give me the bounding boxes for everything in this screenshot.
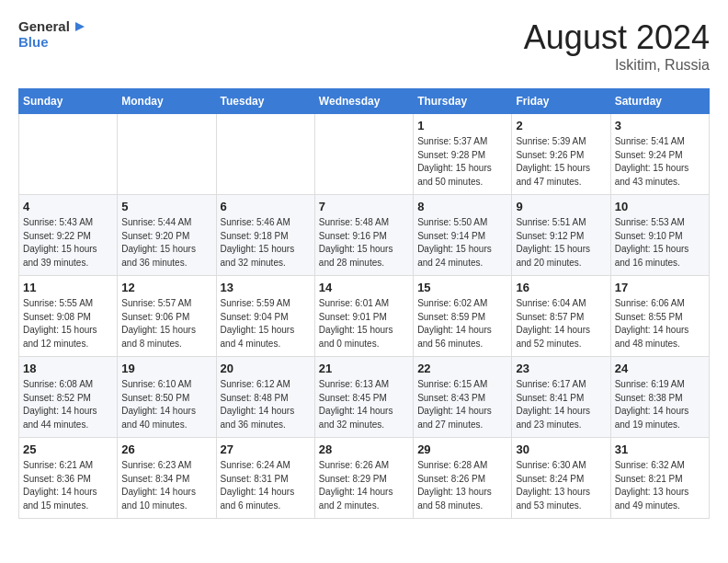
weekday-header-monday: Monday	[118, 89, 216, 114]
day-info: Sunrise: 6:30 AM Sunset: 8:24 PM Dayligh…	[516, 459, 606, 512]
calendar-week-row: 25Sunrise: 6:21 AM Sunset: 8:36 PM Dayli…	[19, 438, 710, 519]
day-info: Sunrise: 6:15 AM Sunset: 8:43 PM Dayligh…	[417, 378, 507, 431]
day-info: Sunrise: 5:55 AM Sunset: 9:08 PM Dayligh…	[23, 297, 113, 350]
logo-arrow-icon	[72, 18, 88, 35]
calendar-cell: 14Sunrise: 6:01 AM Sunset: 9:01 PM Dayli…	[314, 276, 413, 357]
day-info: Sunrise: 6:01 AM Sunset: 9:01 PM Dayligh…	[319, 297, 409, 350]
calendar-cell: 18Sunrise: 6:08 AM Sunset: 8:52 PM Dayli…	[19, 357, 118, 438]
calendar-cell: 28Sunrise: 6:26 AM Sunset: 8:29 PM Dayli…	[314, 438, 413, 519]
day-info: Sunrise: 6:10 AM Sunset: 8:50 PM Dayligh…	[121, 378, 211, 431]
month-year-title: August 2024	[524, 18, 710, 57]
calendar-cell: 30Sunrise: 6:30 AM Sunset: 8:24 PM Dayli…	[512, 438, 610, 519]
day-info: Sunrise: 5:51 AM Sunset: 9:12 PM Dayligh…	[516, 216, 606, 270]
day-number: 8	[417, 200, 507, 213]
calendar-cell: 4Sunrise: 5:43 AM Sunset: 9:22 PM Daylig…	[19, 195, 118, 276]
day-number: 19	[121, 362, 211, 375]
day-number: 24	[615, 362, 705, 375]
calendar-cell: 19Sunrise: 6:10 AM Sunset: 8:50 PM Dayli…	[118, 357, 216, 438]
logo: General Blue	[18, 18, 88, 51]
day-number: 14	[319, 281, 409, 294]
calendar-cell: 15Sunrise: 6:02 AM Sunset: 8:59 PM Dayli…	[414, 276, 512, 357]
day-number: 18	[23, 362, 113, 375]
day-info: Sunrise: 5:41 AM Sunset: 9:24 PM Dayligh…	[615, 135, 705, 189]
day-info: Sunrise: 5:48 AM Sunset: 9:16 PM Dayligh…	[319, 216, 409, 270]
calendar-cell	[19, 114, 118, 195]
day-info: Sunrise: 5:50 AM Sunset: 9:14 PM Dayligh…	[417, 216, 507, 270]
day-number: 28	[319, 442, 409, 456]
weekday-header-sunday: Sunday	[19, 89, 118, 114]
day-info: Sunrise: 6:08 AM Sunset: 8:52 PM Dayligh…	[23, 378, 113, 431]
calendar-week-row: 18Sunrise: 6:08 AM Sunset: 8:52 PM Dayli…	[19, 357, 710, 438]
day-number: 25	[23, 442, 113, 456]
day-number: 26	[121, 442, 211, 456]
day-info: Sunrise: 5:57 AM Sunset: 9:06 PM Dayligh…	[121, 297, 211, 350]
day-info: Sunrise: 6:24 AM Sunset: 8:31 PM Dayligh…	[221, 459, 311, 512]
day-number: 21	[319, 362, 409, 375]
calendar-table: SundayMondayTuesdayWednesdayThursdayFrid…	[18, 88, 710, 519]
day-info: Sunrise: 5:53 AM Sunset: 9:10 PM Dayligh…	[615, 216, 705, 270]
day-info: Sunrise: 6:21 AM Sunset: 8:36 PM Dayligh…	[23, 459, 113, 512]
calendar-week-row: 4Sunrise: 5:43 AM Sunset: 9:22 PM Daylig…	[19, 195, 710, 276]
calendar-cell: 2Sunrise: 5:39 AM Sunset: 9:26 PM Daylig…	[512, 114, 610, 195]
calendar-cell: 8Sunrise: 5:50 AM Sunset: 9:14 PM Daylig…	[414, 195, 512, 276]
day-number: 13	[221, 281, 311, 294]
weekday-header-friday: Friday	[512, 89, 610, 114]
calendar-header-row: SundayMondayTuesdayWednesdayThursdayFrid…	[19, 89, 710, 114]
day-number: 23	[516, 362, 606, 375]
calendar-week-row: 11Sunrise: 5:55 AM Sunset: 9:08 PM Dayli…	[19, 276, 710, 357]
calendar-cell: 17Sunrise: 6:06 AM Sunset: 8:55 PM Dayli…	[610, 276, 709, 357]
calendar-cell: 12Sunrise: 5:57 AM Sunset: 9:06 PM Dayli…	[118, 276, 216, 357]
day-number: 11	[23, 281, 113, 294]
day-info: Sunrise: 6:13 AM Sunset: 8:45 PM Dayligh…	[319, 378, 409, 431]
day-number: 27	[221, 442, 311, 456]
day-info: Sunrise: 5:37 AM Sunset: 9:28 PM Dayligh…	[417, 135, 507, 189]
day-info: Sunrise: 5:46 AM Sunset: 9:18 PM Dayligh…	[221, 216, 311, 270]
logo-blue: Blue	[18, 35, 88, 51]
day-number: 15	[417, 281, 507, 294]
calendar-cell: 1Sunrise: 5:37 AM Sunset: 9:28 PM Daylig…	[414, 114, 512, 195]
calendar-cell: 6Sunrise: 5:46 AM Sunset: 9:18 PM Daylig…	[216, 195, 314, 276]
calendar-cell: 9Sunrise: 5:51 AM Sunset: 9:12 PM Daylig…	[512, 195, 610, 276]
weekday-header-wednesday: Wednesday	[314, 89, 413, 114]
calendar-cell: 27Sunrise: 6:24 AM Sunset: 8:31 PM Dayli…	[216, 438, 314, 519]
day-info: Sunrise: 6:32 AM Sunset: 8:21 PM Dayligh…	[615, 459, 705, 512]
calendar-cell: 23Sunrise: 6:17 AM Sunset: 8:41 PM Dayli…	[512, 357, 610, 438]
calendar-cell: 20Sunrise: 6:12 AM Sunset: 8:48 PM Dayli…	[216, 357, 314, 438]
day-info: Sunrise: 5:43 AM Sunset: 9:22 PM Dayligh…	[23, 216, 113, 270]
svg-marker-0	[75, 22, 85, 31]
calendar-cell: 3Sunrise: 5:41 AM Sunset: 9:24 PM Daylig…	[610, 114, 709, 195]
day-info: Sunrise: 6:28 AM Sunset: 8:26 PM Dayligh…	[417, 459, 507, 512]
calendar-cell	[314, 114, 413, 195]
day-number: 29	[417, 442, 507, 456]
weekday-header-tuesday: Tuesday	[216, 89, 314, 114]
day-number: 6	[221, 200, 311, 213]
calendar-week-row: 1Sunrise: 5:37 AM Sunset: 9:28 PM Daylig…	[19, 114, 710, 195]
day-number: 16	[516, 281, 606, 294]
day-info: Sunrise: 6:19 AM Sunset: 8:38 PM Dayligh…	[615, 378, 705, 431]
day-info: Sunrise: 6:02 AM Sunset: 8:59 PM Dayligh…	[417, 297, 507, 350]
calendar-cell: 26Sunrise: 6:23 AM Sunset: 8:34 PM Dayli…	[118, 438, 216, 519]
title-block: August 2024 Iskitim, Russia	[524, 18, 710, 74]
day-info: Sunrise: 6:04 AM Sunset: 8:57 PM Dayligh…	[516, 297, 606, 350]
calendar-cell: 31Sunrise: 6:32 AM Sunset: 8:21 PM Dayli…	[610, 438, 709, 519]
weekday-header-saturday: Saturday	[610, 89, 709, 114]
day-number: 4	[23, 200, 113, 213]
calendar-cell: 10Sunrise: 5:53 AM Sunset: 9:10 PM Dayli…	[610, 195, 709, 276]
calendar-cell	[118, 114, 216, 195]
calendar-cell	[216, 114, 314, 195]
day-number: 1	[417, 119, 507, 132]
day-number: 20	[221, 362, 311, 375]
weekday-header-thursday: Thursday	[414, 89, 512, 114]
day-info: Sunrise: 6:06 AM Sunset: 8:55 PM Dayligh…	[615, 297, 705, 350]
day-info: Sunrise: 6:26 AM Sunset: 8:29 PM Dayligh…	[319, 459, 409, 512]
page-header: General Blue August 2024 Iskitim, Russia	[18, 18, 710, 74]
calendar-cell: 22Sunrise: 6:15 AM Sunset: 8:43 PM Dayli…	[414, 357, 512, 438]
day-number: 31	[615, 442, 705, 456]
day-number: 9	[516, 200, 606, 213]
calendar-cell: 29Sunrise: 6:28 AM Sunset: 8:26 PM Dayli…	[414, 438, 512, 519]
day-number: 2	[516, 119, 606, 132]
day-number: 10	[615, 200, 705, 213]
day-number: 22	[417, 362, 507, 375]
location-subtitle: Iskitim, Russia	[524, 57, 710, 74]
day-number: 3	[615, 119, 705, 132]
